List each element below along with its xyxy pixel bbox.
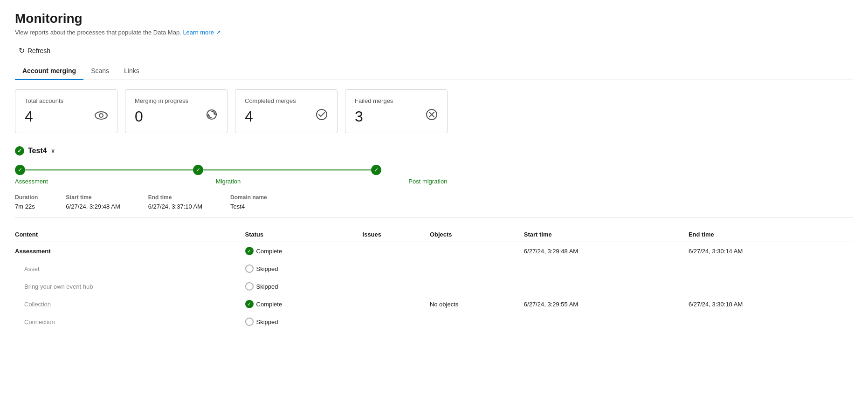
stat-label-failed: Failed merges (355, 97, 393, 104)
cell-content: Bring your own event hub (15, 278, 245, 295)
cell-objects (430, 313, 524, 331)
col-header-issues: Issues (363, 227, 430, 242)
cell-status: Skipped (245, 260, 363, 278)
tab-links[interactable]: Links (117, 62, 147, 80)
stat-value-completed: 4 (245, 108, 296, 125)
cell-start-time: 6/27/24, 3:29:55 AM (524, 295, 689, 313)
cell-issues (363, 242, 430, 260)
account-name: Test4 (28, 147, 47, 155)
cell-objects: No objects (430, 295, 524, 313)
cell-issues (363, 260, 430, 278)
col-header-content: Content (15, 227, 245, 242)
stat-value-total-accounts: 4 (25, 108, 63, 125)
cell-issues (363, 295, 430, 313)
learn-more-link[interactable]: Learn more ↗ (183, 29, 220, 36)
table-row: Bring your own event hubSkipped (15, 278, 853, 295)
stat-card-completed-merges: Completed merges 4 (235, 89, 338, 133)
skipped-icon (245, 318, 254, 326)
col-header-status: Status (245, 227, 363, 242)
cell-content: Assessment (15, 242, 245, 260)
stat-card-merging-in-progress: Merging in progress 0 (125, 89, 227, 133)
cell-end-time (689, 260, 853, 278)
step-node-post-migration: ✓ (371, 165, 381, 175)
cell-start-time (524, 260, 689, 278)
cell-start-time: 6/27/24, 3:29:48 AM (524, 242, 689, 260)
svg-point-3 (317, 109, 327, 120)
svg-point-1 (99, 114, 103, 117)
eye-icon (95, 110, 108, 123)
cell-issues (363, 313, 430, 331)
step-node-migration: ✓ (193, 165, 203, 175)
step-node-assessment: ✓ (15, 165, 25, 175)
meta-duration: Duration 7m 22s (15, 194, 38, 210)
stat-label-total-accounts: Total accounts (25, 97, 63, 104)
skipped-icon (245, 264, 254, 273)
cell-content: Collection (15, 295, 245, 313)
tab-scans[interactable]: Scans (83, 62, 117, 80)
complete-icon: ✓ (245, 300, 254, 308)
cell-objects (430, 278, 524, 295)
cell-status: ✓Complete (245, 295, 363, 313)
meta-domain-name: Domain name Test4 (230, 194, 267, 210)
meta-end-time: End time 6/27/24, 3:37:10 AM (148, 194, 202, 210)
table-head: Content Status Issues Objects Start time… (15, 227, 853, 242)
cell-end-time: 6/27/24, 3:30:14 AM (689, 242, 853, 260)
table-row: Assessment✓Complete6/27/24, 3:29:48 AM6/… (15, 242, 853, 260)
table-row: Collection✓CompleteNo objects6/27/24, 3:… (15, 295, 853, 313)
table-row: AssetSkipped (15, 260, 853, 278)
stats-row: Total accounts 4 Merging in progress 0 (15, 89, 853, 133)
cell-start-time (524, 278, 689, 295)
stat-label-merging: Merging in progress (135, 97, 188, 104)
step-line-2 (203, 169, 371, 170)
stat-card-total-accounts: Total accounts 4 (15, 89, 117, 133)
cell-status: Skipped (245, 278, 363, 295)
step-line-1 (25, 169, 193, 170)
step-labels: Assessment Migration Post migration (15, 178, 853, 185)
table-row: ConnectionSkipped (15, 313, 853, 331)
account-status-check: ✓ (15, 146, 24, 156)
skipped-icon (245, 282, 254, 291)
meta-row: Duration 7m 22s Start time 6/27/24, 3:29… (15, 194, 853, 218)
meta-start-time: Start time 6/27/24, 3:29:48 AM (66, 194, 120, 210)
sync-icon (206, 108, 218, 123)
domain-name-link[interactable]: Test4 (230, 203, 245, 210)
stat-label-completed: Completed merges (245, 97, 296, 104)
step-label-post-migration[interactable]: Post migration (408, 178, 447, 185)
table-header-row: Content Status Issues Objects Start time… (15, 227, 853, 242)
table-body: Assessment✓Complete6/27/24, 3:29:48 AM6/… (15, 242, 853, 331)
svg-point-0 (95, 112, 107, 119)
cell-end-time (689, 278, 853, 295)
x-circle-icon (426, 108, 438, 123)
col-header-start-time: Start time (524, 227, 689, 242)
cell-start-time (524, 313, 689, 331)
stat-card-failed-merges: Failed merges 3 (345, 89, 448, 133)
cell-end-time: 6/27/24, 3:30:10 AM (689, 295, 853, 313)
cell-objects (430, 260, 524, 278)
refresh-icon: ↻ (19, 46, 25, 55)
step-label-migration[interactable]: Migration (216, 178, 241, 185)
complete-icon: ✓ (245, 247, 254, 255)
refresh-button[interactable]: ↻ Refresh (15, 44, 54, 57)
cell-issues (363, 278, 430, 295)
cell-end-time (689, 313, 853, 331)
col-header-objects: Objects (430, 227, 524, 242)
account-expand-icon[interactable]: ∨ (51, 148, 55, 154)
col-header-end-time: End time (689, 227, 853, 242)
page-subtitle: View reports about the processes that po… (15, 29, 853, 36)
stat-value-merging: 0 (135, 108, 188, 125)
cell-status: Skipped (245, 313, 363, 331)
tab-account-merging[interactable]: Account merging (15, 62, 83, 80)
page-title: Monitoring (15, 11, 853, 26)
stat-value-failed: 3 (355, 108, 393, 125)
progress-steps: ✓ ✓ ✓ (15, 165, 853, 175)
tabs-bar: Account merging Scans Links (15, 62, 853, 80)
cell-status: ✓Complete (245, 242, 363, 260)
content-table: Content Status Issues Objects Start time… (15, 227, 853, 331)
account-section-header: ✓ Test4 ∨ (15, 146, 853, 156)
step-label-assessment[interactable]: Assessment (15, 178, 48, 185)
cell-content: Asset (15, 260, 245, 278)
cell-content: Connection (15, 313, 245, 331)
check-circle-icon (316, 108, 328, 123)
page-container: Monitoring View reports about the proces… (0, 0, 868, 413)
cell-objects (430, 242, 524, 260)
